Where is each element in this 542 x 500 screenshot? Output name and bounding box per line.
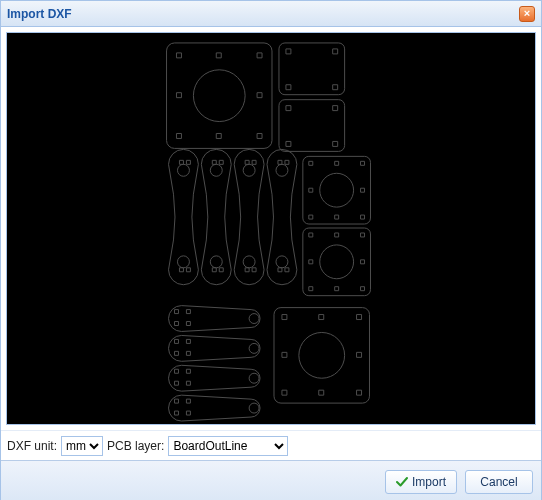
- svg-rect-51: [309, 215, 313, 219]
- svg-point-42: [276, 164, 288, 176]
- svg-rect-75: [174, 381, 178, 385]
- svg-point-1: [193, 70, 245, 122]
- svg-rect-19: [333, 141, 338, 146]
- svg-rect-93: [357, 390, 362, 395]
- svg-point-24: [177, 164, 189, 176]
- svg-point-85: [299, 332, 345, 378]
- cancel-button-label: Cancel: [480, 475, 517, 489]
- svg-rect-82: [186, 411, 190, 415]
- svg-rect-38: [278, 160, 282, 164]
- svg-rect-53: [361, 215, 365, 219]
- svg-rect-10: [279, 43, 345, 95]
- svg-rect-81: [186, 399, 190, 403]
- dxf-preview-canvas[interactable]: [6, 32, 536, 425]
- svg-rect-4: [257, 53, 262, 58]
- svg-rect-52: [335, 215, 339, 219]
- dialog-footer: Import Cancel: [1, 460, 541, 500]
- svg-point-83: [249, 403, 259, 413]
- svg-point-30: [210, 164, 222, 176]
- svg-rect-27: [219, 160, 223, 164]
- svg-rect-32: [245, 160, 249, 164]
- svg-rect-9: [257, 133, 262, 138]
- svg-point-36: [243, 164, 255, 176]
- svg-rect-14: [333, 85, 338, 90]
- svg-rect-22: [179, 268, 183, 272]
- svg-rect-64: [174, 310, 178, 314]
- svg-rect-74: [174, 369, 178, 373]
- svg-rect-90: [357, 352, 362, 357]
- svg-point-43: [276, 256, 288, 268]
- svg-rect-50: [361, 188, 365, 192]
- svg-rect-76: [186, 369, 190, 373]
- svg-rect-88: [357, 315, 362, 320]
- svg-rect-71: [186, 339, 190, 343]
- svg-point-37: [243, 256, 255, 268]
- import-button[interactable]: Import: [385, 470, 457, 494]
- close-button[interactable]: ×: [519, 6, 535, 22]
- dxf-unit-select[interactable]: mm: [61, 436, 103, 456]
- svg-rect-92: [319, 390, 324, 395]
- svg-rect-58: [361, 233, 365, 237]
- svg-rect-0: [167, 43, 272, 148]
- svg-rect-15: [279, 100, 345, 152]
- svg-rect-34: [245, 268, 249, 272]
- svg-rect-70: [174, 351, 178, 355]
- svg-rect-60: [361, 260, 365, 264]
- import-dxf-dialog: Import DXF ×: [0, 0, 542, 500]
- svg-rect-28: [212, 268, 216, 272]
- svg-rect-7: [176, 133, 181, 138]
- svg-rect-18: [286, 141, 291, 146]
- svg-rect-77: [186, 381, 190, 385]
- svg-rect-16: [286, 106, 291, 111]
- svg-point-25: [177, 256, 189, 268]
- svg-rect-11: [286, 49, 291, 54]
- svg-rect-39: [285, 160, 289, 164]
- svg-rect-63: [361, 287, 365, 291]
- cancel-button[interactable]: Cancel: [465, 470, 533, 494]
- svg-rect-20: [179, 160, 183, 164]
- svg-rect-40: [278, 268, 282, 272]
- svg-rect-86: [282, 315, 287, 320]
- svg-rect-46: [309, 161, 313, 165]
- svg-point-55: [320, 245, 354, 279]
- svg-rect-26: [212, 160, 216, 164]
- svg-rect-61: [309, 287, 313, 291]
- svg-rect-48: [361, 161, 365, 165]
- dialog-title: Import DXF: [7, 7, 519, 21]
- svg-rect-80: [174, 411, 178, 415]
- svg-rect-41: [285, 268, 289, 272]
- svg-rect-13: [286, 85, 291, 90]
- import-button-label: Import: [412, 475, 446, 489]
- svg-rect-5: [176, 93, 181, 98]
- svg-rect-79: [174, 399, 178, 403]
- svg-rect-33: [252, 160, 256, 164]
- svg-rect-49: [309, 188, 313, 192]
- svg-rect-67: [186, 322, 190, 326]
- pcb-layer-select[interactable]: BoardOutLine: [168, 436, 288, 456]
- svg-rect-17: [333, 106, 338, 111]
- check-icon: [396, 476, 408, 488]
- pcb-layer-label: PCB layer:: [107, 439, 164, 453]
- svg-rect-59: [309, 260, 313, 264]
- svg-rect-6: [257, 93, 262, 98]
- svg-point-68: [249, 314, 259, 324]
- svg-point-31: [210, 256, 222, 268]
- svg-rect-89: [282, 352, 287, 357]
- svg-point-45: [320, 173, 354, 207]
- svg-rect-12: [333, 49, 338, 54]
- svg-rect-66: [186, 310, 190, 314]
- svg-rect-2: [176, 53, 181, 58]
- svg-rect-62: [335, 287, 339, 291]
- dialog-titlebar[interactable]: Import DXF ×: [1, 1, 541, 27]
- dxf-outlines: [7, 33, 535, 424]
- svg-rect-23: [186, 268, 190, 272]
- svg-rect-21: [186, 160, 190, 164]
- svg-rect-69: [174, 339, 178, 343]
- svg-rect-8: [216, 133, 221, 138]
- dxf-unit-label: DXF unit:: [7, 439, 57, 453]
- svg-rect-35: [252, 268, 256, 272]
- svg-rect-47: [335, 161, 339, 165]
- svg-rect-91: [282, 390, 287, 395]
- svg-rect-87: [319, 315, 324, 320]
- svg-point-73: [249, 343, 259, 353]
